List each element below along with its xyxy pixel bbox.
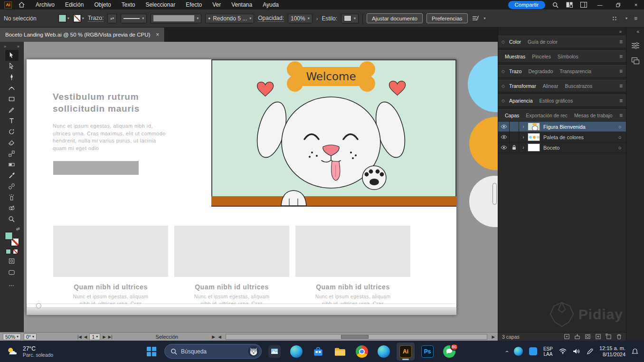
close-button[interactable]: ×: [630, 0, 642, 10]
panel-collapse-icon[interactable]: ◇: [502, 39, 505, 44]
screen-mode-button[interactable]: [5, 268, 19, 277]
arrange-documents-icon[interactable]: [565, 1, 574, 8]
panel-menu-icon[interactable]: ≡: [619, 38, 623, 45]
notifications-icon[interactable]: [632, 348, 638, 355]
search-input[interactable]: [181, 348, 244, 355]
tray-icon-edge[interactable]: [514, 347, 523, 356]
app-icon-chrome[interactable]: [353, 343, 371, 361]
locate-object-icon[interactable]: [564, 333, 570, 340]
panel-collapse-icon[interactable]: ◇: [502, 84, 505, 88]
panel-chevron-icon[interactable]: ▾: [625, 16, 627, 20]
tab-alinear[interactable]: Alinear: [540, 80, 562, 92]
document-tab[interactable]: Boceto Landing Web.ai @ 50 % (RGB/Vista …: [0, 28, 165, 42]
style-dropdown[interactable]: ▾: [341, 14, 359, 23]
collapse-panels-icon[interactable]: »: [619, 29, 622, 34]
shape-builder-tool[interactable]: [5, 203, 19, 214]
pencil-tool[interactable]: [5, 105, 19, 115]
collect-export-icon[interactable]: [574, 333, 580, 340]
vertical-scrollbar-thumb[interactable]: [492, 183, 497, 205]
lock-cell[interactable]: [510, 132, 519, 142]
expand-chevron-icon[interactable]: ›: [519, 134, 528, 140]
type-tool[interactable]: [5, 115, 19, 126]
panel-menu-icon[interactable]: ≡: [619, 112, 623, 119]
symbol-sprayer-tool[interactable]: [5, 192, 19, 203]
layer-thumbnail[interactable]: [528, 123, 540, 131]
target-circle-icon[interactable]: ○: [614, 145, 626, 151]
panel-collapse-icon[interactable]: ◇: [502, 69, 505, 74]
tab-pinceles[interactable]: Pinceles: [529, 51, 554, 62]
tab-apariencia[interactable]: Apariencia: [506, 95, 536, 106]
restore-button[interactable]: [612, 0, 624, 10]
horizontal-scrollbar-thumb[interactable]: [341, 335, 369, 339]
language-switcher[interactable]: ESP LAA: [543, 346, 553, 357]
share-button[interactable]: Compartir: [508, 1, 545, 9]
search-bar[interactable]: [164, 344, 262, 359]
layer-thumbnail[interactable]: [528, 133, 540, 141]
menu-texto[interactable]: Texto: [116, 0, 141, 10]
toolbar-overflow-button[interactable]: …: [5, 279, 19, 288]
tray-chevron-icon[interactable]: ›: [503, 351, 510, 352]
expand-chevron-icon[interactable]: ›: [519, 145, 528, 150]
layer-thumbnail[interactable]: [528, 143, 540, 152]
brush-dropdown[interactable]: ● Redondo 5 ... ▾: [205, 14, 254, 23]
scroll-left-arrow[interactable]: ◀: [218, 334, 221, 339]
app-icon-explorer[interactable]: [331, 343, 349, 361]
zoom-tool[interactable]: [5, 214, 19, 225]
expand-chevron-icon[interactable]: ›: [519, 124, 528, 129]
eraser-tool[interactable]: [5, 137, 19, 148]
volume-icon[interactable]: [573, 348, 580, 354]
app-icon-messages[interactable]: 86: [440, 343, 458, 361]
preferences-button[interactable]: Preferencias: [426, 13, 468, 23]
lock-icon[interactable]: [510, 143, 519, 152]
layer-row-paleta-de-colores[interactable]: › Paleta de colores ○: [498, 132, 626, 143]
workspace-icon[interactable]: [472, 15, 480, 22]
tab-mesas-de-trabajo[interactable]: Mesas de trabajo: [571, 110, 616, 121]
curvature-tool[interactable]: [5, 83, 19, 94]
layer-name[interactable]: Figura Bienvenida: [543, 124, 614, 130]
panel-collapse-icon[interactable]: ◇: [502, 98, 505, 103]
tab-buscatrazos[interactable]: Buscatrazos: [561, 80, 596, 92]
search-icon[interactable]: [551, 1, 559, 8]
menu-edicion[interactable]: Edición: [60, 0, 89, 10]
app-icon-illustrator[interactable]: Ai: [397, 343, 415, 361]
layer-name[interactable]: Paleta de colores: [543, 134, 614, 140]
menu-efecto[interactable]: Efecto: [180, 0, 207, 10]
tab-guia-de-color[interactable]: Guía de color: [524, 36, 561, 48]
app-logo[interactable]: Ai: [4, 1, 12, 9]
stroke-weight-stepper[interactable]: ▴▾: [107, 14, 117, 23]
rotation-dropdown[interactable]: 0° ▾: [24, 333, 37, 340]
minimize-button[interactable]: —: [594, 0, 606, 10]
chevron-down-icon[interactable]: ▾: [484, 16, 486, 20]
tab-estilos-graficos[interactable]: Estilos gráficos: [536, 95, 577, 106]
make-mask-icon[interactable]: [585, 333, 591, 340]
app-icon-edge-2[interactable]: [375, 343, 393, 361]
grid-dots-icon[interactable]: [610, 15, 619, 22]
visibility-eye-icon[interactable]: [498, 143, 510, 152]
tab-degradado[interactable]: Degradado: [525, 66, 556, 77]
stroke-profile-dropdown[interactable]: ▾: [121, 14, 147, 23]
none-button[interactable]: [13, 249, 18, 254]
panel-menu-icon[interactable]: ≡: [619, 53, 623, 60]
direct-selection-tool[interactable]: [5, 61, 19, 72]
fit-document-button[interactable]: Ajustar documento: [367, 13, 423, 23]
layer-name[interactable]: Boceto: [543, 145, 614, 151]
close-icon[interactable]: ×: [17, 44, 19, 49]
tab-simbolos[interactable]: Símbolos: [554, 51, 582, 62]
visibility-eye-icon[interactable]: [498, 122, 510, 132]
color-button[interactable]: [6, 249, 11, 254]
menu-seleccionar[interactable]: Seleccionar: [140, 0, 180, 10]
collapse-toolbar-icon[interactable]: »: [4, 44, 6, 49]
layer-row-boceto[interactable]: › Boceto ○: [498, 143, 626, 153]
status-expand-icon[interactable]: ▶: [212, 334, 215, 339]
horizontal-scrollbar[interactable]: [27, 304, 456, 307]
canvas[interactable]: Vestibulum rutrum sollicitudin mauris Nu…: [24, 42, 498, 332]
panel-menu-icon[interactable]: ≡: [619, 68, 623, 75]
delete-layer-icon[interactable]: [616, 333, 622, 340]
scroll-right-arrow[interactable]: ▶: [492, 334, 495, 339]
gradient-tool[interactable]: [5, 159, 19, 170]
opacity-label[interactable]: Opacidad:: [258, 15, 284, 22]
tab-transparencia[interactable]: Transparencia: [556, 66, 595, 77]
menu-ventana[interactable]: Ventana: [226, 0, 257, 10]
rotate-tool[interactable]: [5, 126, 19, 137]
zoom-dropdown[interactable]: 50% ▾: [3, 333, 21, 340]
